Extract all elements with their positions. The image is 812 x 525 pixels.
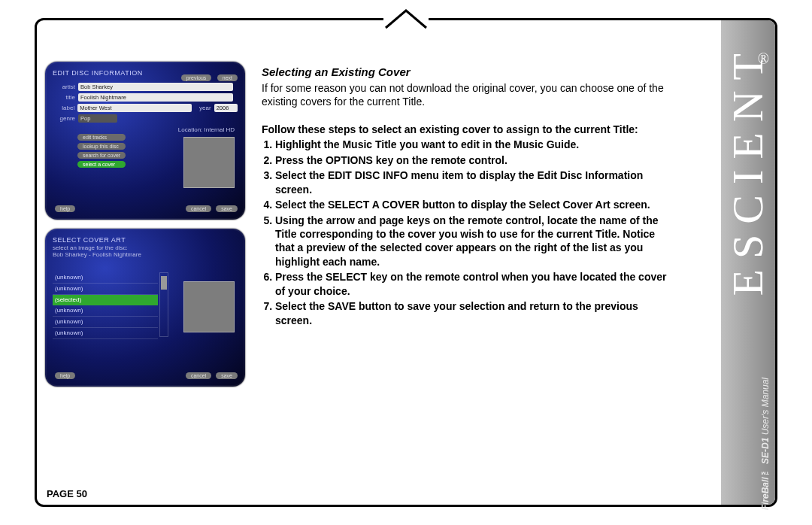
location-text: Location: Internal HD (178, 126, 235, 133)
steps-lead: Follow these steps to select an existing… (262, 123, 668, 136)
edit-disc-screenshot: EDIT DISC INFORMATION previous next arti… (45, 62, 245, 220)
step-7: Select the SAVE button to save your sele… (275, 299, 668, 327)
step-1: Highlight the Music Title you want to ed… (275, 138, 668, 151)
section-heading: Selecting an Existing Cover (262, 65, 668, 80)
text-column: Selecting an Existing Cover If for some … (262, 62, 722, 396)
frame-notch (383, 6, 429, 30)
step-2: Press the OPTIONS key on the remote cont… (275, 153, 668, 167)
screen1-form: artist Bob Sharkey title Foolish Nightma… (53, 83, 238, 125)
select-a-cover-button: select a cover (77, 161, 126, 168)
prev-button: previous (181, 74, 211, 81)
select-cover-screenshot: SELECT COVER ART select an image for the… (45, 229, 245, 387)
screen1-bottom: help cancel save (53, 205, 238, 212)
next-button: next (217, 74, 238, 81)
screen1-top-buttons: previous next (179, 69, 238, 83)
step-6: Press the SELECT key on the remote contr… (275, 270, 668, 298)
cover-list: (unknown) (unknown) (selected) (unknown)… (53, 272, 158, 339)
side-button-stack: edit tracks lookup this disc search for … (75, 134, 126, 168)
page-number: PAGE 50 (47, 488, 87, 499)
step-3: Select the EDIT DISC INFO menu item to d… (275, 168, 668, 196)
screen2-title: SELECT COVER ART (53, 236, 126, 244)
steps-list: Highlight the Music Title you want to ed… (275, 138, 668, 327)
screenshot-column: EDIT DISC INFORMATION previous next arti… (45, 62, 248, 396)
screen2-subtitle: select an image for the disc: Bob Sharke… (53, 245, 141, 259)
content-area: EDIT DISC INFORMATION previous next arti… (45, 62, 722, 396)
screen2-bottom: help cancel save (53, 372, 238, 379)
scroll-indicator (159, 272, 168, 337)
highlighted-row: (selected) (53, 295, 158, 305)
cover-preview-1 (183, 137, 235, 188)
step-4: Select the SELECT A COVER button to disp… (275, 198, 668, 211)
cover-preview-2 (183, 281, 235, 332)
screen1-title: EDIT DISC INFORMATION (53, 69, 143, 77)
intro-paragraph: If for some reason you can not download … (262, 81, 668, 109)
brand-wordmark: ESCIENT (726, 43, 770, 296)
doc-title-vertical: FireBall™ SE-D1 User's Manual (760, 378, 771, 510)
step-5: Using the arrow and page keys on the rem… (275, 214, 668, 269)
